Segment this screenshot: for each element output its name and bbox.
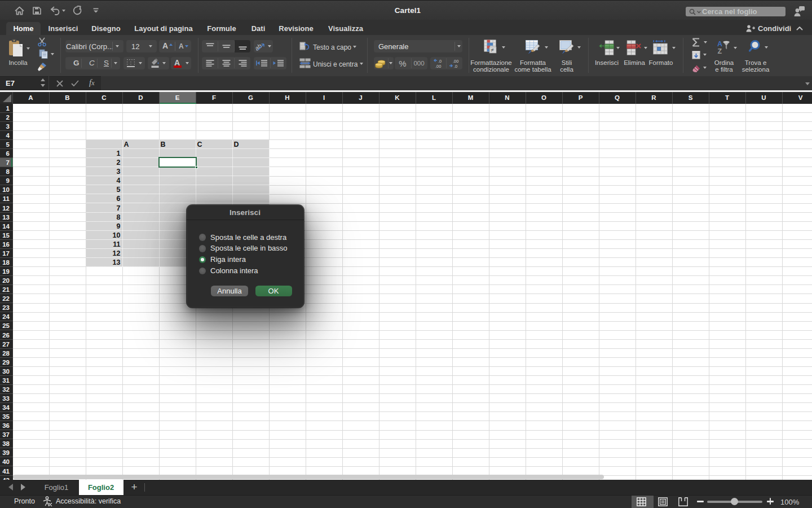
svg-text:.00: .00 <box>435 64 441 69</box>
svg-text:Z: Z <box>718 47 722 55</box>
svg-text:.0: .0 <box>454 64 457 69</box>
svg-text:≠: ≠ <box>491 47 495 53</box>
svg-text:A: A <box>717 40 722 48</box>
